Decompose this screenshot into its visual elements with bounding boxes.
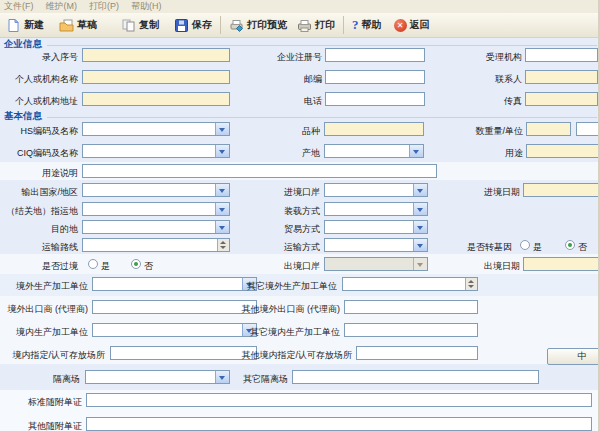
ciq-code-label: CIQ编码及名称 [17, 147, 78, 160]
new-button[interactable]: 新建 [3, 15, 47, 36]
chevron-down-icon[interactable] [413, 184, 427, 196]
storage-place-label: 境内指定/认可存放场所 [12, 349, 105, 362]
origin-label: 产地 [302, 147, 320, 160]
std-docs-label: 标准随附单证 [28, 396, 82, 409]
copy-button[interactable]: 复制 [118, 15, 162, 36]
menu-help[interactable]: 帮助(H) [131, 0, 162, 13]
isolation-select[interactable] [85, 370, 230, 384]
reg-no-input[interactable] [325, 48, 425, 62]
trade-mode-select[interactable] [324, 220, 428, 234]
phone-input[interactable] [325, 92, 425, 106]
reg-no-label: 企业注册号 [277, 51, 322, 64]
origin-select[interactable] [324, 144, 424, 158]
dest-via-select[interactable] [82, 202, 230, 216]
agency-label: 受理机构 [486, 51, 522, 64]
chevron-down-icon[interactable] [215, 221, 229, 233]
overseas-unit-label: 境外生产加工单位 [16, 280, 88, 293]
other-overseas-exporter-input[interactable] [344, 300, 478, 314]
storage-place-input[interactable] [110, 346, 257, 360]
entry-no-input[interactable] [82, 48, 230, 62]
menu-file[interactable]: 文件(F) [4, 0, 34, 13]
overseas-unit-select[interactable] [92, 277, 257, 291]
declaration-form: 企业信息 录入序号 企业注册号 受理机构 个人或机构名称 邮编 联系人 个人或机… [0, 38, 600, 431]
use-desc-label: 用途说明 [42, 167, 78, 180]
person-addr-input[interactable] [82, 92, 230, 106]
save-disk-icon [174, 18, 189, 33]
menu-print[interactable]: 打印(P) [89, 0, 119, 13]
hs-code-label: HS编码及名称 [20, 125, 78, 138]
print-button[interactable]: 打印 [294, 15, 338, 36]
spinner-icon[interactable] [465, 278, 477, 290]
dest-label: 目的地 [51, 223, 78, 236]
trans-mode-label: 运输方式 [284, 241, 320, 254]
chevron-down-icon[interactable] [215, 145, 229, 157]
chevron-down-icon[interactable] [413, 203, 427, 215]
chevron-down-icon[interactable] [215, 123, 229, 135]
other-storage-place-input[interactable] [356, 346, 478, 360]
transit-radio-yes-label: 是 [101, 260, 110, 273]
load-mode-select[interactable] [324, 202, 428, 216]
chevron-down-icon[interactable] [413, 221, 427, 233]
contact-input[interactable] [525, 70, 598, 84]
hs-code-select[interactable] [82, 122, 230, 136]
entry-date-input[interactable] [523, 183, 600, 197]
exit-port-label: 出境口岸 [284, 260, 320, 273]
gmo-radio-yes[interactable] [520, 240, 530, 250]
export-country-select[interactable] [82, 183, 230, 197]
qty-unit-label: 数重量/单位 [475, 125, 523, 138]
zip-input[interactable] [325, 70, 425, 84]
overseas-exporter-input[interactable] [92, 300, 257, 314]
std-docs-input[interactable] [86, 393, 592, 407]
spinner-icon[interactable] [217, 239, 229, 251]
chevron-down-icon[interactable] [215, 203, 229, 215]
save-button[interactable]: 保存 [171, 15, 215, 36]
entry-port-select[interactable] [324, 183, 428, 197]
fax-label: 传真 [504, 95, 522, 108]
printer-icon [297, 18, 312, 33]
dest-select[interactable] [82, 220, 230, 234]
person-name-input[interactable] [82, 70, 230, 84]
ciq-code-select[interactable] [82, 144, 230, 158]
trans-mode-select[interactable] [324, 238, 428, 252]
person-addr-label: 个人或机构地址 [15, 95, 78, 108]
other-domestic-unit-input[interactable] [344, 323, 478, 337]
other-overseas-unit-input[interactable] [342, 277, 478, 291]
mid-button[interactable]: 中 [547, 348, 600, 365]
other-isolation-input[interactable] [292, 370, 539, 384]
transit-radio-no[interactable] [131, 259, 141, 269]
agency-input[interactable] [525, 48, 598, 62]
entry-port-label: 进境口岸 [284, 186, 320, 199]
other-docs-input[interactable] [86, 417, 592, 431]
exit-date-input[interactable] [523, 257, 600, 271]
chevron-down-icon[interactable] [215, 371, 229, 383]
exit-port-select [324, 257, 428, 271]
domestic-unit-label: 境内生产加工单位 [16, 326, 88, 339]
chevron-down-icon[interactable] [409, 145, 423, 157]
back-button[interactable]: ✕ 返回 [391, 15, 433, 36]
print-preview-button[interactable]: 打印预览 [226, 15, 290, 36]
transit-radio-yes[interactable] [88, 259, 98, 269]
draft-button[interactable]: 草稿 [56, 15, 100, 36]
use-input[interactable] [526, 144, 600, 158]
section-rule [47, 117, 597, 118]
variety-input[interactable] [324, 122, 424, 136]
gmo-radio-no-label: 否 [578, 241, 587, 254]
help-button[interactable]: ? 帮助 [349, 15, 385, 36]
unit-input[interactable] [576, 122, 600, 136]
gmo-radio-no[interactable] [565, 240, 575, 250]
chevron-down-icon[interactable] [215, 184, 229, 196]
quantity-input[interactable] [526, 122, 571, 136]
back-close-icon: ✕ [394, 19, 407, 32]
section-title: 基本信息 [4, 110, 42, 123]
load-mode-label: 装载方式 [284, 205, 320, 218]
menu-maintain[interactable]: 维护(M) [46, 0, 78, 13]
application-window: 文件(F) 维护(M) 打印(P) 帮助(H) 新建 草稿 复制 [0, 0, 600, 431]
chevron-down-icon[interactable] [413, 239, 427, 251]
use-desc-input[interactable] [82, 164, 437, 178]
section-title: 企业信息 [4, 38, 42, 51]
other-overseas-exporter-label: 其他境外出口商 (代理商) [242, 303, 341, 316]
route-input[interactable] [82, 238, 230, 252]
gmo-radio-yes-label: 是 [533, 241, 542, 254]
fax-input[interactable] [525, 92, 598, 106]
domestic-unit-select[interactable] [92, 323, 257, 337]
